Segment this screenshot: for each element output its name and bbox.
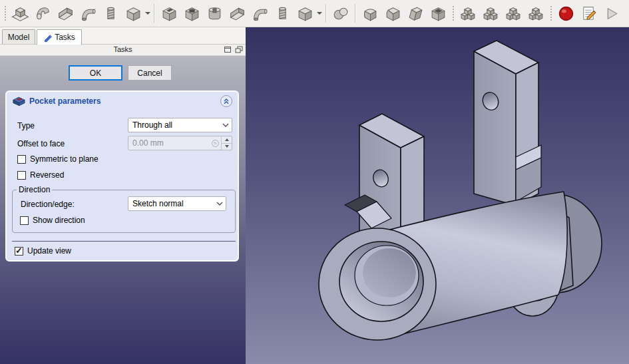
section-title: Pocket parameters xyxy=(29,96,216,106)
subtractive-helix-icon xyxy=(274,5,292,23)
spin-buttons[interactable] xyxy=(221,136,232,150)
type-label: Type xyxy=(17,121,35,130)
subtractive-loft-icon xyxy=(228,5,246,23)
toolbar-additive-loft-button[interactable] xyxy=(55,3,76,24)
toolbar-revolution-button[interactable] xyxy=(32,3,53,24)
direction-edge-combobox[interactable]: Sketch normal xyxy=(128,196,226,211)
macro-edit-icon xyxy=(580,5,598,23)
toolbar xyxy=(0,0,629,27)
toolbar-mirrored-button[interactable] xyxy=(457,3,479,24)
toolbar-subtractive-helix-button[interactable] xyxy=(272,3,293,24)
toolbar-pad-button[interactable] xyxy=(9,3,31,24)
pocket-icon xyxy=(160,5,178,23)
toolbar-additive-primitive-dropdown-arrow[interactable] xyxy=(144,3,151,24)
toolbar-fillet-button[interactable] xyxy=(359,3,381,24)
additive-primitive-icon xyxy=(124,5,142,23)
toolbar-thickness-button[interactable] xyxy=(427,3,449,24)
direction-edge-value: Sketch normal xyxy=(132,199,216,208)
type-combobox[interactable]: Through all xyxy=(128,118,232,132)
separator xyxy=(12,241,236,242)
mirrored-icon xyxy=(459,5,477,23)
toolbar-subtractive-pipe-button[interactable] xyxy=(249,3,270,24)
tab-model[interactable]: Model xyxy=(2,29,35,44)
toolbar-handle xyxy=(451,5,455,22)
toolbar-additive-helix-button[interactable] xyxy=(100,3,121,24)
additive-helix-icon xyxy=(102,5,120,23)
hole-icon xyxy=(183,5,201,23)
freecad-window: Model Tasks Tasks xyxy=(0,0,629,364)
toolbar-additive-primitive-button[interactable] xyxy=(122,3,144,24)
panel-dock-button[interactable] xyxy=(223,45,232,54)
toolbar-additive-pipe-button[interactable] xyxy=(77,3,99,24)
show-direction-label: Show direction xyxy=(33,216,85,225)
subtractive-primitive-icon xyxy=(296,5,314,23)
tab-model-label: Model xyxy=(8,33,30,42)
panel-tab-bar: Model Tasks xyxy=(0,27,246,45)
symmetric-to-plane-checkbox[interactable] xyxy=(17,155,26,164)
update-view-label: Update view xyxy=(27,246,71,256)
toolbar-macro-record-button[interactable] xyxy=(555,3,576,24)
toolbar-subtractive-primitive-dropdown-arrow[interactable] xyxy=(316,3,323,24)
offset-value: 0.00 mm xyxy=(132,138,212,148)
viewport-3d[interactable] xyxy=(246,27,629,364)
direction-group: Direction Direction/edge: Sketch normal … xyxy=(12,185,236,233)
additive-loft-icon xyxy=(57,5,75,23)
toolbar-draft-button[interactable] xyxy=(405,3,426,24)
pencil-icon xyxy=(43,33,52,42)
direction-edge-label: Direction/edge: xyxy=(21,200,75,209)
thickness-icon xyxy=(429,5,447,23)
groove-icon xyxy=(206,5,224,23)
toolbar-macro-edit-button[interactable] xyxy=(578,3,599,24)
toolbar-boolean-operation-button[interactable] xyxy=(330,3,351,24)
toolbar-hole-button[interactable] xyxy=(181,3,202,24)
offset-spinbox: 0.00 mm fx xyxy=(128,136,232,150)
ok-button[interactable]: OK xyxy=(69,65,122,81)
toolbar-separator xyxy=(355,4,356,23)
reversed-label: Reversed xyxy=(30,170,64,180)
pad-icon xyxy=(11,5,29,23)
offset-to-face-label: Offset to face xyxy=(17,139,65,148)
reversed-checkbox[interactable] xyxy=(17,171,26,180)
dock-icon xyxy=(224,46,232,53)
additive-pipe-icon xyxy=(79,5,97,23)
toolbar-macro-execute-button[interactable] xyxy=(600,3,622,24)
cancel-button[interactable]: Cancel xyxy=(128,65,172,81)
float-icon xyxy=(235,46,243,53)
update-view-checkbox[interactable] xyxy=(15,247,23,256)
chamfer-icon xyxy=(384,5,402,23)
chevron-down-icon xyxy=(222,123,229,127)
toolbar-separator xyxy=(325,4,327,23)
toolbar-subtractive-primitive-button[interactable] xyxy=(294,3,315,24)
chevrons-up-icon xyxy=(222,97,230,105)
direction-group-label: Direction xyxy=(17,185,52,194)
revolution-icon xyxy=(34,5,52,23)
toolbar-pocket-button[interactable] xyxy=(158,3,180,24)
toolbar-linear-pattern-button[interactable] xyxy=(480,3,501,24)
panel-titlebar: Tasks xyxy=(0,45,246,56)
task-panel: Model Tasks Tasks xyxy=(0,27,246,364)
chevron-down-icon xyxy=(216,202,223,206)
draft-icon xyxy=(407,5,425,23)
type-combobox-value: Through all xyxy=(132,120,222,130)
macro-record-icon xyxy=(557,5,575,23)
panel-float-button[interactable] xyxy=(234,45,244,54)
fillet-icon xyxy=(361,5,379,23)
tab-tasks[interactable]: Tasks xyxy=(37,29,82,45)
boolean-operation-icon xyxy=(332,5,350,23)
polar-pattern-icon xyxy=(505,5,523,23)
panel-title: Tasks xyxy=(113,45,132,53)
collapse-button[interactable] xyxy=(220,95,232,107)
pocket-parameters-section: Pocket parameters Type Through all xyxy=(5,91,239,262)
multitransform-icon xyxy=(527,5,545,23)
pocket-icon xyxy=(12,96,25,106)
toolbar-multitransform-button[interactable] xyxy=(525,3,546,24)
panel-body: OK Cancel Pocket parameters xyxy=(0,56,246,364)
toolbar-chamfer-button[interactable] xyxy=(382,3,403,24)
toolbar-subtractive-loft-button[interactable] xyxy=(226,3,248,24)
toolbar-groove-button[interactable] xyxy=(204,3,225,24)
show-direction-checkbox[interactable] xyxy=(20,216,29,225)
tab-tasks-label: Tasks xyxy=(55,33,75,42)
toolbar-separator xyxy=(154,4,155,23)
toolbar-polar-pattern-button[interactable] xyxy=(503,3,524,24)
part-3d-model[interactable] xyxy=(246,27,629,364)
